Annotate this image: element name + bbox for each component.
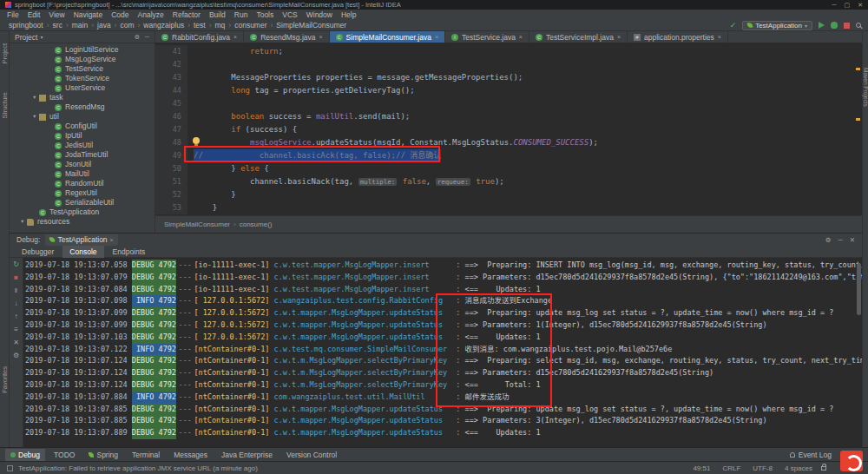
breadcrumb-item[interactable]: wangzaiplus xyxy=(135,21,185,30)
project-tree-item[interactable]: util xyxy=(10,112,155,122)
breadcrumb-item[interactable]: java xyxy=(88,21,110,30)
vcs-commit-icon[interactable]: ✓ xyxy=(730,22,737,30)
debug-button[interactable] xyxy=(831,22,838,29)
tool-window-button[interactable]: Debug xyxy=(5,449,45,461)
search-everywhere-icon[interactable] xyxy=(856,23,861,28)
project-tree-item[interactable]: ResendMsg xyxy=(10,102,155,112)
run-button[interactable] xyxy=(819,22,825,29)
editor-tab[interactable]: application.properties× xyxy=(628,31,728,43)
debug-session-tab[interactable]: TestApplication× xyxy=(45,234,117,246)
project-tree-item[interactable]: TestService xyxy=(10,64,155,74)
close-session-icon[interactable]: × xyxy=(110,237,114,243)
project-tree-item[interactable]: RegexUtil xyxy=(10,188,155,198)
code-line[interactable]: 43 MessageProperties properties = messag… xyxy=(155,71,862,84)
project-tree-item[interactable]: UserService xyxy=(10,83,155,93)
menu-item[interactable]: Analyze xyxy=(138,10,164,19)
menu-item[interactable]: View xyxy=(49,10,64,19)
tool-window-stripe-button[interactable]: Favorites xyxy=(1,366,9,393)
status-widget[interactable]: CRLF xyxy=(722,464,740,472)
settings-gear-icon[interactable]: ⚙ xyxy=(13,352,19,359)
menu-item[interactable]: Build xyxy=(209,10,226,19)
settings-gear-icon[interactable]: ⚙ xyxy=(825,236,832,244)
code-line[interactable]: 41 return; xyxy=(155,45,862,58)
breadcrumb-item[interactable]: SimpleMailConsumer xyxy=(267,21,347,30)
tool-window-button[interactable]: Java Enterprise xyxy=(216,449,278,461)
menu-item[interactable]: Navigate xyxy=(74,10,103,19)
tool-window-button[interactable]: Messages xyxy=(168,449,213,461)
editor-tab[interactable]: TestService.java× xyxy=(445,31,529,43)
breadcrumb-item[interactable]: com xyxy=(111,21,135,30)
status-widget[interactable]: UTF-8 xyxy=(753,464,773,472)
close-tab-icon[interactable]: × xyxy=(519,34,523,40)
menu-item[interactable]: Run xyxy=(234,10,248,19)
project-tree-item[interactable]: TestApplication xyxy=(10,207,155,217)
debug-view-tab[interactable]: Console xyxy=(62,246,103,258)
code-line[interactable]: 53 } xyxy=(155,201,862,214)
tool-window-stripe-button[interactable]: Project xyxy=(1,43,9,63)
menu-item[interactable]: Help xyxy=(341,10,356,19)
breadcrumb-item[interactable]: mq xyxy=(206,21,226,30)
project-tree-item[interactable]: TokenService xyxy=(10,74,155,83)
editor-tab[interactable]: RabbitConfig.java× xyxy=(155,31,244,43)
tool-window-button[interactable]: TODO xyxy=(49,449,80,461)
lock-icon[interactable] xyxy=(821,466,826,471)
tool-window-button[interactable]: Terminal xyxy=(127,449,165,461)
close-tab-icon[interactable]: × xyxy=(233,34,237,40)
code-line[interactable]: 42 xyxy=(155,58,862,71)
editor-tab[interactable]: SimpleMailConsumer.java× xyxy=(330,31,445,43)
project-tree-item[interactable]: MsgLogService xyxy=(10,55,155,64)
close-tab-icon[interactable]: × xyxy=(319,34,323,40)
code-line[interactable]: 44 long tag = properties.getDeliveryTag(… xyxy=(155,84,862,97)
project-tree-item[interactable]: SerializableUtil xyxy=(10,198,155,207)
tool-window-button[interactable]: Spring xyxy=(83,449,123,461)
debug-view-tab[interactable]: Debugger xyxy=(15,246,61,258)
soft-wrap-button[interactable]: ≡ xyxy=(14,326,18,333)
tool-window-stripe-button[interactable]: Maven Projects xyxy=(863,68,868,107)
chevron-down-icon[interactable]: ▾ xyxy=(40,34,43,40)
breadcrumb-item[interactable]: test xyxy=(184,21,206,30)
code-line[interactable]: 47 if (success) { xyxy=(155,123,862,136)
code-editor[interactable]: 41 return; 42 43 MessageProperties prope… xyxy=(155,43,862,215)
expand-arrow-icon[interactable] xyxy=(32,93,39,102)
breadcrumb-item[interactable]: main xyxy=(62,21,88,30)
rerun-button[interactable]: ↻ xyxy=(13,261,19,268)
clear-all-button[interactable]: ✕ xyxy=(13,339,19,346)
expand-arrow-icon[interactable] xyxy=(32,112,39,122)
tool-window-button[interactable]: Version Control xyxy=(281,449,342,461)
menu-item[interactable]: File xyxy=(7,10,19,19)
tool-window-switcher-icon[interactable] xyxy=(7,465,13,471)
editor-breadcrumb-item[interactable]: SimpleMailConsumer xyxy=(164,221,230,228)
scroll-down-button[interactable]: ↓ xyxy=(15,300,18,307)
editor-tab[interactable]: TestServiceImpl.java× xyxy=(529,31,628,43)
debug-view-tab[interactable]: Endpoints xyxy=(106,246,153,258)
project-tree-item[interactable]: JedisUtil xyxy=(10,141,155,150)
close-button[interactable]: ✕ xyxy=(858,2,863,9)
code-line[interactable]: 45 xyxy=(155,97,862,110)
breadcrumb-item[interactable]: springboot xyxy=(9,21,43,30)
project-tree-item[interactable]: ConfigUtil xyxy=(10,122,155,131)
close-tab-icon[interactable]: × xyxy=(718,34,721,40)
expand-arrow-icon[interactable] xyxy=(20,217,27,227)
code-line[interactable]: 51 channel.basicNack(tag, multiple: fals… xyxy=(155,175,862,188)
hide-panel-icon[interactable]: ─ xyxy=(145,34,149,41)
code-line[interactable]: 50 } else { xyxy=(155,162,862,175)
status-widget[interactable]: 49:51 xyxy=(693,464,710,472)
status-widget[interactable]: 4 spaces xyxy=(785,464,812,472)
minimize-panel-icon[interactable]: ─ xyxy=(838,236,842,244)
tool-window-stripe-button[interactable]: Structure xyxy=(1,92,9,118)
project-tree-item[interactable]: MailUtil xyxy=(10,169,155,179)
event-log-button[interactable]: Event Log xyxy=(790,449,832,461)
menu-item[interactable]: Tools xyxy=(256,10,273,19)
maximize-button[interactable]: ▢ xyxy=(845,2,851,9)
breadcrumb-item[interactable]: src xyxy=(43,21,62,30)
close-tab-icon[interactable]: × xyxy=(617,34,621,40)
code-line[interactable]: 52 } xyxy=(155,188,862,201)
menu-item[interactable]: Code xyxy=(111,10,128,19)
project-tree-item[interactable]: LoginUtilService xyxy=(10,45,155,55)
settings-gear-icon[interactable]: ⚙ xyxy=(135,34,140,41)
run-config-selector[interactable]: TestApplication▾ xyxy=(742,21,812,30)
editor-tab[interactable]: ResendMsg.java× xyxy=(244,31,329,43)
project-tree-item[interactable]: resources xyxy=(10,217,155,227)
menu-item[interactable]: Refactor xyxy=(173,10,201,19)
project-tree-item[interactable]: JodaTimeUtil xyxy=(10,150,155,160)
